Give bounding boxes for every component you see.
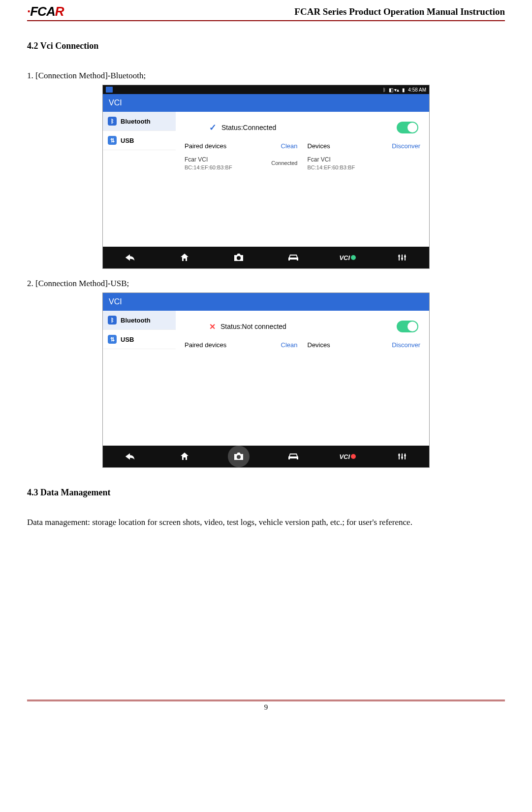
wifi-icon: ◧ ▾▴ <box>389 87 400 93</box>
check-icon: ✓ <box>209 122 217 133</box>
bottom-toolbar: VCI <box>103 446 429 467</box>
page-footer: 9 <box>27 700 505 712</box>
section-4-3-heading: 4.3 Data Management <box>27 487 505 498</box>
sidebar-label-usb: USB <box>121 336 134 343</box>
section-4-2-heading: 4.2 Vci Connection <box>27 41 505 51</box>
section-4-3-body: Data management: storage location for sc… <box>27 518 505 527</box>
paired-devices-label: Paired devices <box>185 341 226 349</box>
statusbar-time: 4:58 AM <box>408 87 426 93</box>
devices-label: Devices <box>308 341 330 349</box>
usb-icon: ⇅ <box>108 136 117 145</box>
vci-status-dot-red <box>351 454 356 459</box>
sidebar-label-bluetooth: Bluetooth <box>121 317 151 324</box>
device-mac: BC:14:EF:60:B3:BF <box>185 164 232 171</box>
bluetooth-status-icon: ᛒ <box>383 87 386 93</box>
camera-icon[interactable] <box>228 446 250 467</box>
bluetooth-icon: ᛒ <box>108 316 117 325</box>
discover-link[interactable]: Disconver <box>392 341 420 349</box>
home-icon[interactable] <box>174 247 195 268</box>
app-titlebar: VCI <box>103 293 429 311</box>
app-titlebar: VCI <box>103 94 429 112</box>
content-pane: ✓ Status:Connected Paired devices Clean … <box>176 112 429 247</box>
svg-point-3 <box>398 454 400 456</box>
device-mac: BC:14:EF:60:B3:BF <box>308 164 355 171</box>
android-statusbar: ᛒ ◧ ▾▴ ▮ 4:58 AM <box>103 85 429 94</box>
status-text: Status:Connected <box>221 124 276 131</box>
svg-point-2 <box>404 256 406 258</box>
step-2-text: 2. [Connection Method]-USB; <box>27 279 505 289</box>
status-text: Status:Not connected <box>220 323 286 330</box>
manual-title: FCAR Series Product Operation Manual Ins… <box>294 6 505 17</box>
battery-icon: ▮ <box>402 87 405 93</box>
svg-point-1 <box>401 258 403 260</box>
connected-label: Connected <box>271 160 297 167</box>
car-icon[interactable] <box>282 247 304 268</box>
back-icon[interactable] <box>119 446 141 467</box>
device-name: Fcar VCI <box>185 156 232 164</box>
sidebar-item-bluetooth[interactable]: ᛒ Bluetooth <box>103 311 176 330</box>
paired-device-item[interactable]: Fcar VCI BC:14:EF:60:B3:BF Connected <box>185 155 298 176</box>
recent-app-icon <box>106 87 113 93</box>
screenshot-bluetooth: ᛒ ◧ ▾▴ ▮ 4:58 AM VCI ᛒ Bluetooth ⇅ USB ✓… <box>102 85 430 269</box>
camera-icon[interactable] <box>228 247 250 268</box>
vci-status-dot-green <box>351 255 356 260</box>
fcar-logo: ·FCAR <box>27 4 63 19</box>
content-pane: ✕ Status:Not connected Paired devices Cl… <box>176 311 429 446</box>
page-number: 9 <box>264 703 268 711</box>
sidebar-item-bluetooth[interactable]: ᛒ Bluetooth <box>103 112 176 131</box>
paired-devices-column: Paired devices Clean Fcar VCI BC:14:EF:6… <box>185 142 298 176</box>
bluetooth-icon: ᛒ <box>108 117 117 126</box>
devices-column: Devices Disconver <box>308 341 421 354</box>
discover-link[interactable]: Disconver <box>392 142 420 150</box>
sidebar-label-usb: USB <box>121 137 134 144</box>
devices-column: Devices Disconver Fcar VCI BC:14:EF:60:B… <box>308 142 421 176</box>
settings-icon[interactable] <box>391 446 413 467</box>
bluetooth-toggle[interactable] <box>397 321 418 332</box>
svg-point-0 <box>398 255 400 257</box>
car-icon[interactable] <box>282 446 304 467</box>
cross-icon: ✕ <box>209 322 216 331</box>
device-name: Fcar VCI <box>308 156 355 164</box>
connection-sidebar: ᛒ Bluetooth ⇅ USB <box>103 112 176 247</box>
paired-devices-label: Paired devices <box>185 142 226 150</box>
sidebar-item-usb[interactable]: ⇅ USB <box>103 131 176 150</box>
sidebar-label-bluetooth: Bluetooth <box>121 118 151 125</box>
available-device-item[interactable]: Fcar VCI BC:14:EF:60:B3:BF <box>308 155 421 176</box>
settings-icon[interactable] <box>391 247 413 268</box>
back-icon[interactable] <box>119 247 141 268</box>
sidebar-item-usb[interactable]: ⇅ USB <box>103 330 176 349</box>
usb-icon: ⇅ <box>108 335 117 344</box>
devices-label: Devices <box>308 142 330 150</box>
screenshot-usb: VCI ᛒ Bluetooth ⇅ USB ✕ Status:Not conne… <box>102 292 430 468</box>
connection-sidebar: ᛒ Bluetooth ⇅ USB <box>103 311 176 446</box>
bottom-toolbar: VCI <box>103 247 429 268</box>
svg-point-5 <box>404 455 406 456</box>
clean-link[interactable]: Clean <box>281 142 298 150</box>
step-1-text: 1. [Connection Method]-Bluetooth; <box>27 71 505 81</box>
paired-devices-column: Paired devices Clean <box>185 341 298 354</box>
vci-indicator[interactable]: VCI <box>337 247 358 268</box>
svg-point-4 <box>401 456 403 458</box>
clean-link[interactable]: Clean <box>281 341 298 349</box>
home-icon[interactable] <box>174 446 195 467</box>
bluetooth-toggle[interactable] <box>397 122 418 133</box>
page-header: ·FCAR FCAR Series Product Operation Manu… <box>27 0 505 21</box>
vci-indicator[interactable]: VCI <box>337 446 358 467</box>
